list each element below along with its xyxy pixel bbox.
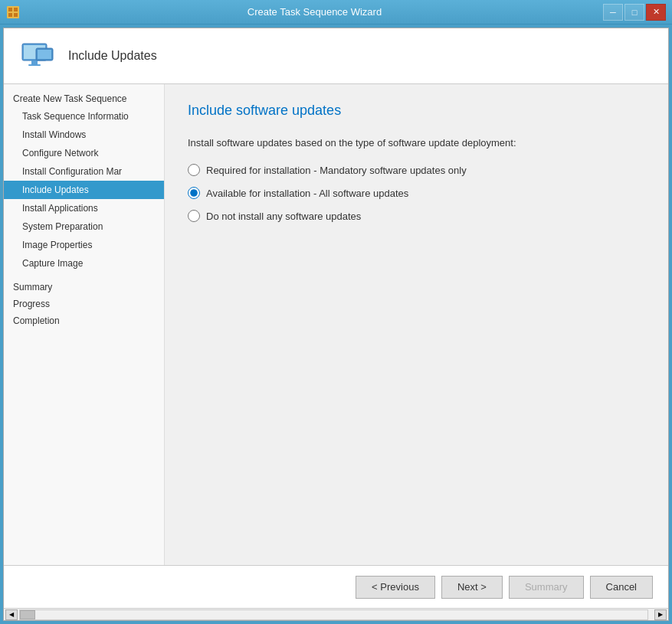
svg-rect-10 [38, 50, 51, 59]
close-button[interactable]: ✕ [646, 4, 666, 21]
svg-rect-2 [14, 8, 18, 11]
footer-bar: < Previous Next > Summary Cancel [4, 565, 668, 608]
sidebar-group-label: Create New Task Sequence [4, 90, 164, 107]
cancel-button[interactable]: Cancel [590, 576, 653, 599]
svg-rect-4 [14, 13, 18, 17]
wizard-window: Create Task Sequence Wizard ─ □ ✕ [0, 0, 672, 624]
scroll-track[interactable] [19, 609, 648, 620]
sidebar-item-capture-image[interactable]: Capture Image [4, 254, 164, 273]
header-title: Include Updates [68, 49, 157, 63]
sidebar-item-include-updates[interactable]: Include Updates [4, 181, 164, 199]
sidebar-footer-summary: Summary [4, 279, 164, 296]
main-area: Create New Task Sequence Task Sequence I… [4, 84, 668, 565]
svg-rect-7 [31, 60, 38, 64]
app-icon [6, 5, 20, 19]
radio-required-label: Required for installation - Mandatory so… [206, 165, 467, 176]
svg-rect-1 [8, 8, 12, 11]
scroll-right-button[interactable]: ▶ [654, 609, 667, 620]
next-button[interactable]: Next > [441, 576, 503, 599]
sidebar-footer-progress: Progress [4, 296, 164, 312]
option-none[interactable]: Do not install any software updates [188, 210, 645, 222]
description-text: Install software updates based on the ty… [188, 137, 645, 149]
header-icon [19, 38, 56, 74]
title-bar: Create Task Sequence Wizard ─ □ ✕ [0, 0, 672, 25]
option-available[interactable]: Available for installation - All softwar… [188, 187, 645, 199]
radio-none-label: Do not install any software updates [206, 211, 361, 222]
minimize-button[interactable]: ─ [603, 4, 623, 21]
scroll-thumb[interactable] [20, 610, 35, 619]
summary-button[interactable]: Summary [509, 576, 584, 599]
svg-rect-8 [28, 64, 41, 66]
scroll-left-icon: ◀ [9, 611, 14, 618]
window-content: Include Updates Create New Task Sequence… [3, 28, 669, 621]
content-title: Include software updates [188, 103, 645, 119]
sidebar-item-install-config-mgr[interactable]: Install Configuration Mar [4, 162, 164, 181]
sidebar-item-image-properties[interactable]: Image Properties [4, 236, 164, 254]
window-controls: ─ □ ✕ [603, 4, 666, 21]
header-bar: Include Updates [4, 28, 668, 84]
sidebar-footer-completion: Completion [4, 312, 164, 329]
radio-none[interactable] [188, 210, 200, 222]
window-title: Create Task Sequence Wizard [26, 6, 603, 18]
sidebar-item-install-windows[interactable]: Install Windows [4, 126, 164, 144]
content-panel: Include software updates Install softwar… [165, 84, 668, 565]
option-required[interactable]: Required for installation - Mandatory so… [188, 164, 645, 176]
radio-available[interactable] [188, 187, 200, 199]
sidebar-item-install-applications[interactable]: Install Applications [4, 199, 164, 217]
sidebar: Create New Task Sequence Task Sequence I… [4, 84, 165, 565]
sidebar-item-task-sequence-info[interactable]: Task Sequence Informatio [4, 107, 164, 126]
radio-required[interactable] [188, 164, 200, 176]
maximize-button[interactable]: □ [624, 4, 644, 21]
previous-button[interactable]: < Previous [356, 576, 435, 599]
scroll-left-button[interactable]: ◀ [5, 609, 18, 620]
horizontal-scrollbar[interactable]: ◀ ▶ [4, 608, 668, 620]
sidebar-item-system-preparation[interactable]: System Preparation [4, 217, 164, 236]
radio-available-label: Available for installation - All softwar… [206, 188, 408, 199]
sidebar-item-configure-network[interactable]: Configure Network [4, 144, 164, 162]
scroll-right-icon: ▶ [658, 611, 663, 618]
svg-rect-3 [8, 13, 12, 17]
